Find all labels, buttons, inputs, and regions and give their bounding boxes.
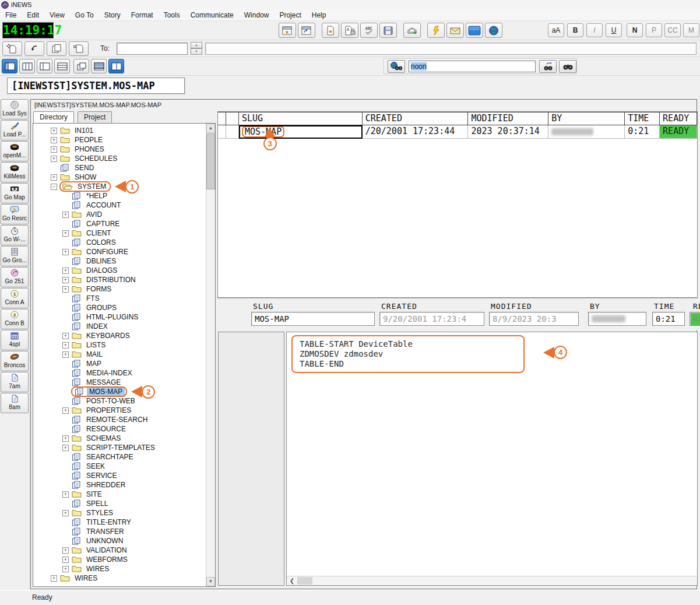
expand-icon[interactable]: +	[62, 491, 69, 498]
queue-column-slug[interactable]: SLUG	[239, 112, 363, 125]
spellcheck-button[interactable]: ABC	[360, 23, 378, 38]
tree-item-keyboards[interactable]: +KEYBOARDS	[33, 331, 206, 340]
menu-view[interactable]: View	[44, 9, 70, 21]
sidebar-button-broncos[interactable]: Broncos	[1, 351, 29, 371]
tree-item-message[interactable]: MESSAGE	[33, 378, 206, 387]
format-n-button[interactable]: N	[627, 23, 643, 37]
tree-item-schedules[interactable]: +SCHEDULES	[33, 154, 206, 163]
tree-item-spell[interactable]: SPELL	[33, 499, 206, 508]
sidebar-button-go-gro[interactable]: Go Gro...	[1, 246, 29, 266]
tree-item-distribution[interactable]: +DISTRIBUTION	[33, 275, 206, 284]
find-next-button[interactable]	[539, 60, 557, 73]
to-input[interactable]	[117, 43, 188, 55]
sidebar-button-openm[interactable]: openM...	[1, 141, 29, 161]
expand-icon[interactable]: +	[51, 128, 57, 134]
form-modified-field[interactable]: 8/9/2023 20:3	[489, 312, 579, 326]
page-dots-button[interactable]	[69, 41, 89, 56]
tree-item-colors[interactable]: COLORS	[33, 238, 206, 247]
tree-item-client[interactable]: +CLIENT	[33, 228, 206, 238]
format-u-button[interactable]: U	[606, 23, 622, 37]
tree-item-send[interactable]: SEND	[33, 163, 206, 173]
tree-item-configure[interactable]: +CONFIGURE	[33, 247, 206, 256]
sidebar-button-killmess[interactable]: KillMess	[1, 162, 29, 182]
tree-item-styles[interactable]: +STYLES	[33, 508, 206, 518]
tree-item-account[interactable]: ACCOUNT	[33, 201, 206, 210]
sidebar-button-go-251[interactable]: Go 251	[1, 267, 29, 287]
tree-item-map[interactable]: MAP	[33, 359, 206, 368]
tree-item-unknown[interactable]: UNKNOWN	[33, 536, 206, 546]
send-button[interactable]	[403, 23, 421, 38]
tree-item-properties[interactable]: +PROPERTIES	[33, 406, 206, 415]
tree-item-shredder[interactable]: SHREDDER	[33, 480, 206, 490]
queue-column-created[interactable]: CREATED	[363, 112, 469, 125]
sidebar-button-conn-a[interactable]: 1Conn A	[1, 288, 29, 308]
sidebar-button-go-map[interactable]: Go Map	[1, 183, 29, 203]
expand-icon[interactable]: +	[62, 249, 69, 255]
layout-stack-button[interactable]	[91, 59, 107, 73]
layout-two-pane-button[interactable]	[108, 59, 124, 73]
tree-item-lists[interactable]: +LISTS	[33, 340, 206, 350]
pages-button[interactable]	[47, 41, 66, 56]
tab-project[interactable]: Project	[78, 111, 112, 123]
form-slug-field[interactable]: MOS-MAP	[251, 312, 375, 326]
menu-edit[interactable]: Edit	[22, 9, 44, 21]
expand-icon[interactable]: +	[62, 268, 69, 274]
tree-item-forms[interactable]: +FORMS	[33, 284, 206, 294]
expand-icon[interactable]: +	[62, 342, 69, 349]
scroll-down-icon[interactable]: ▼	[206, 577, 215, 586]
spinner-up-icon[interactable]: ▲	[191, 42, 202, 48]
tree-item-transfer[interactable]: TRANSFER	[33, 527, 206, 536]
expand-icon[interactable]: +	[62, 445, 69, 451]
tree-item-site[interactable]: +SITE	[33, 490, 206, 499]
tree-scrollbar[interactable]: ▲ ▼	[206, 124, 215, 586]
expand-icon[interactable]: +	[62, 566, 69, 572]
save-button[interactable]	[379, 23, 397, 38]
search-scope-button[interactable]	[388, 60, 405, 73]
form-ready-field[interactable]: READY	[690, 312, 700, 326]
tree-item-groups[interactable]: GROUPS	[33, 303, 206, 312]
tree-item-dialogs[interactable]: +DIALOGS	[33, 266, 206, 275]
queue-column-by[interactable]: BY	[548, 112, 625, 125]
queue-column-time[interactable]: TIME	[625, 112, 660, 125]
mail-button[interactable]	[446, 23, 464, 38]
lightning-button[interactable]	[427, 23, 445, 38]
collapse-icon[interactable]: −	[51, 184, 57, 190]
sidebar-button-4spl[interactable]: 4spl	[1, 330, 29, 350]
sidebar-button-load-p[interactable]: Load P...	[1, 120, 29, 140]
format-m-button[interactable]: M	[683, 23, 699, 37]
tab-directory[interactable]: Directory	[33, 111, 74, 123]
sidebar-button-8am[interactable]: 8am	[1, 393, 29, 413]
reply-button[interactable]	[24, 41, 44, 56]
sidebar-button-load-sys[interactable]: Load Sys	[1, 99, 29, 119]
tree-item-in101[interactable]: +IN101	[33, 126, 206, 135]
tree-item-fts[interactable]: FTS	[33, 294, 206, 303]
expand-icon[interactable]: +	[62, 212, 69, 218]
tree-item-searchtape[interactable]: SEARCHTAPE	[33, 452, 206, 462]
globe-button[interactable]	[485, 23, 502, 38]
queue-column-modified[interactable]: MODIFIED	[468, 112, 548, 125]
expand-icon[interactable]: +	[51, 146, 57, 153]
form-time-field[interactable]: 0:21	[652, 312, 685, 326]
format-aa-button[interactable]: aA	[548, 23, 564, 37]
tree-item-validation[interactable]: +VALIDATION	[33, 546, 206, 555]
expand-icon[interactable]: +	[62, 510, 69, 516]
menu-go-to[interactable]: Go To	[70, 9, 99, 21]
scroll-thumb[interactable]	[297, 577, 312, 585]
layout-columns-button[interactable]	[19, 59, 35, 73]
expand-icon[interactable]: +	[51, 156, 57, 162]
expand-icon[interactable]: +	[62, 230, 69, 237]
tree-item-schemas[interactable]: +SCHEMAS	[33, 434, 206, 443]
tree-item-post-to-web[interactable]: POST-TO-WEB	[33, 396, 206, 406]
scroll-thumb[interactable]	[206, 133, 215, 189]
tree-item-seek[interactable]: SEEK	[33, 462, 206, 471]
tree-item-webforms[interactable]: +WEBFORMS	[33, 555, 206, 564]
menu-project[interactable]: Project	[274, 9, 306, 21]
tree-item-system[interactable]: −SYSTEM1	[33, 182, 206, 191]
tree-item-remote-search[interactable]: REMOTE-SEARCH	[33, 415, 206, 424]
format-i-button[interactable]: I	[586, 23, 603, 37]
sidebar-button-go-w[interactable]: Go W-...	[1, 225, 29, 245]
menu-communicate[interactable]: Communicate	[185, 9, 239, 21]
blue-panel-button[interactable]	[466, 23, 483, 38]
menu-format[interactable]: Format	[126, 9, 159, 21]
sidebar-button-go-resrc[interactable]: ★Go Resrc	[1, 204, 29, 224]
